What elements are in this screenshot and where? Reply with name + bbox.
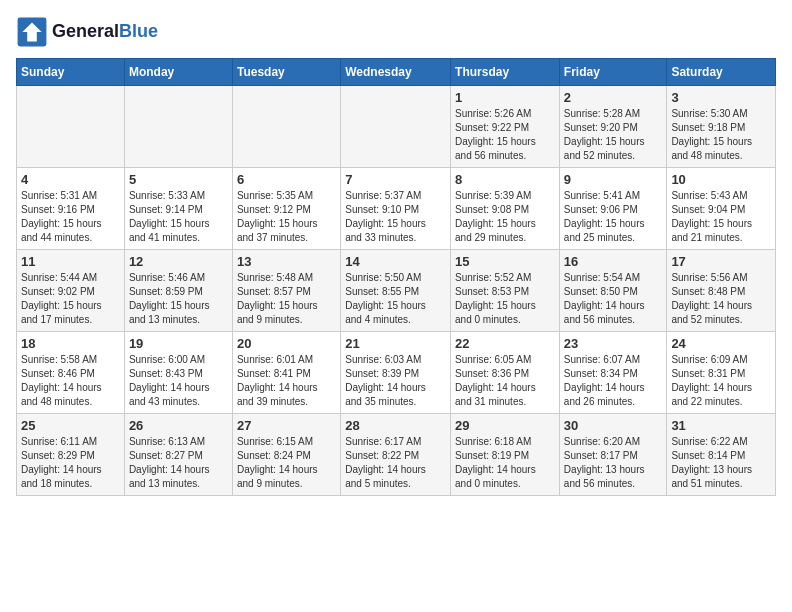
- calendar-cell: 15Sunrise: 5:52 AM Sunset: 8:53 PM Dayli…: [451, 250, 560, 332]
- day-number: 31: [671, 418, 771, 433]
- day-info: Sunrise: 5:58 AM Sunset: 8:46 PM Dayligh…: [21, 353, 120, 409]
- calendar-cell: 29Sunrise: 6:18 AM Sunset: 8:19 PM Dayli…: [451, 414, 560, 496]
- day-info: Sunrise: 5:33 AM Sunset: 9:14 PM Dayligh…: [129, 189, 228, 245]
- calendar-cell: 7Sunrise: 5:37 AM Sunset: 9:10 PM Daylig…: [341, 168, 451, 250]
- day-number: 26: [129, 418, 228, 433]
- day-number: 21: [345, 336, 446, 351]
- calendar-cell: 12Sunrise: 5:46 AM Sunset: 8:59 PM Dayli…: [124, 250, 232, 332]
- day-info: Sunrise: 6:22 AM Sunset: 8:14 PM Dayligh…: [671, 435, 771, 491]
- day-info: Sunrise: 6:01 AM Sunset: 8:41 PM Dayligh…: [237, 353, 336, 409]
- day-number: 17: [671, 254, 771, 269]
- calendar-cell: [17, 86, 125, 168]
- day-number: 10: [671, 172, 771, 187]
- day-number: 30: [564, 418, 663, 433]
- day-info: Sunrise: 6:13 AM Sunset: 8:27 PM Dayligh…: [129, 435, 228, 491]
- day-number: 22: [455, 336, 555, 351]
- calendar-cell: 22Sunrise: 6:05 AM Sunset: 8:36 PM Dayli…: [451, 332, 560, 414]
- day-info: Sunrise: 5:41 AM Sunset: 9:06 PM Dayligh…: [564, 189, 663, 245]
- day-number: 4: [21, 172, 120, 187]
- calendar-cell: [232, 86, 340, 168]
- day-number: 2: [564, 90, 663, 105]
- calendar-cell: 11Sunrise: 5:44 AM Sunset: 9:02 PM Dayli…: [17, 250, 125, 332]
- day-info: Sunrise: 5:43 AM Sunset: 9:04 PM Dayligh…: [671, 189, 771, 245]
- calendar-cell: 25Sunrise: 6:11 AM Sunset: 8:29 PM Dayli…: [17, 414, 125, 496]
- weekday-header: Thursday: [451, 59, 560, 86]
- day-number: 16: [564, 254, 663, 269]
- calendar-cell: 27Sunrise: 6:15 AM Sunset: 8:24 PM Dayli…: [232, 414, 340, 496]
- calendar-table: SundayMondayTuesdayWednesdayThursdayFrid…: [16, 58, 776, 496]
- calendar-cell: 5Sunrise: 5:33 AM Sunset: 9:14 PM Daylig…: [124, 168, 232, 250]
- logo-icon: [16, 16, 48, 48]
- calendar-cell: 9Sunrise: 5:41 AM Sunset: 9:06 PM Daylig…: [559, 168, 667, 250]
- calendar-cell: 20Sunrise: 6:01 AM Sunset: 8:41 PM Dayli…: [232, 332, 340, 414]
- day-info: Sunrise: 5:50 AM Sunset: 8:55 PM Dayligh…: [345, 271, 446, 327]
- day-number: 19: [129, 336, 228, 351]
- calendar-cell: 23Sunrise: 6:07 AM Sunset: 8:34 PM Dayli…: [559, 332, 667, 414]
- day-info: Sunrise: 6:11 AM Sunset: 8:29 PM Dayligh…: [21, 435, 120, 491]
- day-info: Sunrise: 6:20 AM Sunset: 8:17 PM Dayligh…: [564, 435, 663, 491]
- day-number: 7: [345, 172, 446, 187]
- logo: GeneralBlue: [16, 16, 158, 48]
- day-info: Sunrise: 5:30 AM Sunset: 9:18 PM Dayligh…: [671, 107, 771, 163]
- day-info: Sunrise: 6:05 AM Sunset: 8:36 PM Dayligh…: [455, 353, 555, 409]
- day-info: Sunrise: 6:00 AM Sunset: 8:43 PM Dayligh…: [129, 353, 228, 409]
- calendar-cell: 3Sunrise: 5:30 AM Sunset: 9:18 PM Daylig…: [667, 86, 776, 168]
- day-number: 3: [671, 90, 771, 105]
- calendar-cell: 8Sunrise: 5:39 AM Sunset: 9:08 PM Daylig…: [451, 168, 560, 250]
- day-info: Sunrise: 6:07 AM Sunset: 8:34 PM Dayligh…: [564, 353, 663, 409]
- calendar-cell: 6Sunrise: 5:35 AM Sunset: 9:12 PM Daylig…: [232, 168, 340, 250]
- day-info: Sunrise: 5:46 AM Sunset: 8:59 PM Dayligh…: [129, 271, 228, 327]
- day-info: Sunrise: 5:54 AM Sunset: 8:50 PM Dayligh…: [564, 271, 663, 327]
- day-number: 13: [237, 254, 336, 269]
- weekday-header: Sunday: [17, 59, 125, 86]
- day-number: 28: [345, 418, 446, 433]
- day-number: 14: [345, 254, 446, 269]
- weekday-header: Saturday: [667, 59, 776, 86]
- day-info: Sunrise: 6:17 AM Sunset: 8:22 PM Dayligh…: [345, 435, 446, 491]
- day-number: 29: [455, 418, 555, 433]
- calendar-cell: 13Sunrise: 5:48 AM Sunset: 8:57 PM Dayli…: [232, 250, 340, 332]
- calendar-cell: 26Sunrise: 6:13 AM Sunset: 8:27 PM Dayli…: [124, 414, 232, 496]
- day-info: Sunrise: 5:31 AM Sunset: 9:16 PM Dayligh…: [21, 189, 120, 245]
- day-info: Sunrise: 5:37 AM Sunset: 9:10 PM Dayligh…: [345, 189, 446, 245]
- weekday-header: Friday: [559, 59, 667, 86]
- day-number: 1: [455, 90, 555, 105]
- day-number: 27: [237, 418, 336, 433]
- calendar-cell: 1Sunrise: 5:26 AM Sunset: 9:22 PM Daylig…: [451, 86, 560, 168]
- day-info: Sunrise: 5:48 AM Sunset: 8:57 PM Dayligh…: [237, 271, 336, 327]
- calendar-cell: 31Sunrise: 6:22 AM Sunset: 8:14 PM Dayli…: [667, 414, 776, 496]
- weekday-header: Tuesday: [232, 59, 340, 86]
- day-number: 24: [671, 336, 771, 351]
- weekday-header: Monday: [124, 59, 232, 86]
- day-number: 11: [21, 254, 120, 269]
- day-number: 20: [237, 336, 336, 351]
- day-info: Sunrise: 5:35 AM Sunset: 9:12 PM Dayligh…: [237, 189, 336, 245]
- calendar-cell: [124, 86, 232, 168]
- day-number: 6: [237, 172, 336, 187]
- calendar-cell: 30Sunrise: 6:20 AM Sunset: 8:17 PM Dayli…: [559, 414, 667, 496]
- calendar-cell: 10Sunrise: 5:43 AM Sunset: 9:04 PM Dayli…: [667, 168, 776, 250]
- day-info: Sunrise: 5:52 AM Sunset: 8:53 PM Dayligh…: [455, 271, 555, 327]
- day-info: Sunrise: 5:44 AM Sunset: 9:02 PM Dayligh…: [21, 271, 120, 327]
- calendar-cell: 28Sunrise: 6:17 AM Sunset: 8:22 PM Dayli…: [341, 414, 451, 496]
- day-number: 5: [129, 172, 228, 187]
- day-number: 25: [21, 418, 120, 433]
- day-info: Sunrise: 6:09 AM Sunset: 8:31 PM Dayligh…: [671, 353, 771, 409]
- day-info: Sunrise: 6:03 AM Sunset: 8:39 PM Dayligh…: [345, 353, 446, 409]
- calendar-cell: 16Sunrise: 5:54 AM Sunset: 8:50 PM Dayli…: [559, 250, 667, 332]
- calendar-cell: 17Sunrise: 5:56 AM Sunset: 8:48 PM Dayli…: [667, 250, 776, 332]
- weekday-header: Wednesday: [341, 59, 451, 86]
- day-info: Sunrise: 5:39 AM Sunset: 9:08 PM Dayligh…: [455, 189, 555, 245]
- day-info: Sunrise: 5:56 AM Sunset: 8:48 PM Dayligh…: [671, 271, 771, 327]
- calendar-cell: 18Sunrise: 5:58 AM Sunset: 8:46 PM Dayli…: [17, 332, 125, 414]
- day-number: 9: [564, 172, 663, 187]
- day-info: Sunrise: 5:28 AM Sunset: 9:20 PM Dayligh…: [564, 107, 663, 163]
- day-number: 8: [455, 172, 555, 187]
- logo-text: GeneralBlue: [52, 22, 158, 42]
- day-number: 12: [129, 254, 228, 269]
- calendar-cell: [341, 86, 451, 168]
- day-number: 23: [564, 336, 663, 351]
- calendar-cell: 14Sunrise: 5:50 AM Sunset: 8:55 PM Dayli…: [341, 250, 451, 332]
- day-info: Sunrise: 5:26 AM Sunset: 9:22 PM Dayligh…: [455, 107, 555, 163]
- day-number: 18: [21, 336, 120, 351]
